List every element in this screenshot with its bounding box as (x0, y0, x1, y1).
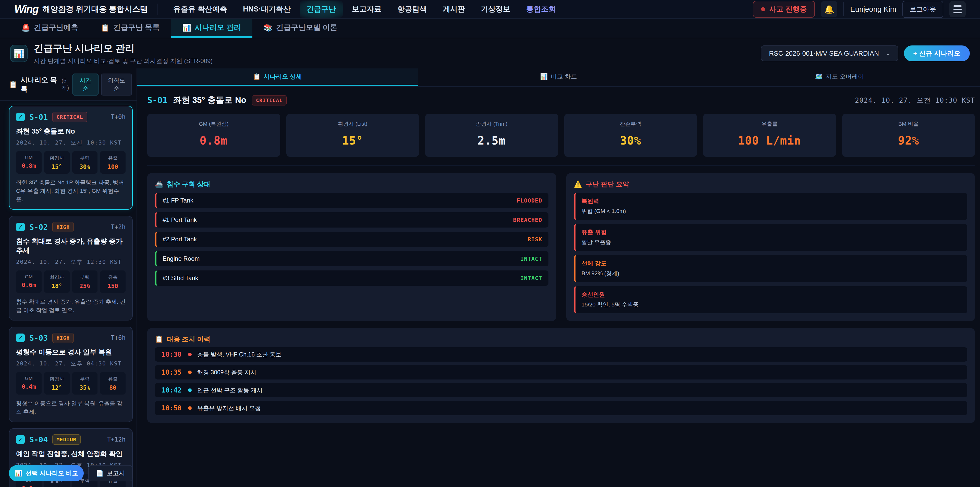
nav-item-기상정보[interactable]: 기상정보 (474, 0, 517, 18)
sort-by-time-button[interactable]: 시간순 (73, 73, 99, 96)
scenario-id: S-01 (29, 113, 48, 121)
detail-tabbar: 📋시나리오 상세📊비교 차트🗺️지도 오버레이 (137, 69, 980, 87)
bell-icon: 🔔 (824, 4, 834, 14)
severity-badge: HIGH (52, 222, 74, 232)
scenario-description: 침수 확대로 경사 증가, 유출량 증가 추세. 긴급 이초 작업 검토 필요. (16, 297, 126, 315)
tab-시나리오 관리[interactable]: 📊시나리오 관리 (171, 19, 252, 38)
metric-value: 150 (101, 283, 124, 289)
metric-value: 25% (73, 283, 97, 289)
nav-item-긴급구난[interactable]: 긴급구난 (300, 0, 343, 18)
nav-item-게시판[interactable]: 게시판 (436, 0, 472, 18)
tab-긴급구난 목록[interactable]: 📋긴급구난 목록 (89, 19, 171, 38)
tab-긴급구난예측[interactable]: 🚨긴급구난예측 (10, 19, 89, 38)
metric-label: BM 비율 (845, 120, 973, 128)
scenario-datetime: 2024. 10. 27. 오후 12:30 KST (16, 258, 126, 266)
metric-value: 15° (289, 134, 417, 147)
scenario-checkbox[interactable]: ✓ (16, 435, 25, 444)
metric-value: 8° (45, 486, 68, 487)
page-subtitle: 시간 단계별 시나리오 비교·검토 및 구난 의사결정 지원 (SFR-009) (34, 57, 213, 65)
time-offset: T+0h (111, 113, 126, 121)
page-header: 📊 긴급구난 시나리오 관리 시간 단계별 시나리오 비교·검토 및 구난 의사… (0, 38, 980, 69)
metric-value: 30% (73, 163, 97, 170)
nav-item-유출유 확산예측[interactable]: 유출유 확산예측 (167, 0, 234, 18)
detail-header: S-01 좌현 35° 충돌로 No CRITICAL 2024. 10. 27… (147, 94, 975, 106)
event-time: 10:35 (162, 369, 188, 376)
metric-label: 유출률 (706, 120, 834, 128)
sort-by-risk-button[interactable]: 위험도순 (101, 73, 132, 96)
tank-status: BREACHED (513, 217, 542, 223)
tab-label: 긴급구난 목록 (113, 22, 160, 33)
new-scenario-button[interactable]: + 신규 시나리오 (904, 45, 970, 61)
scenario-detail: S-01 좌현 35° 충돌로 No CRITICAL 2024. 10. 27… (137, 87, 980, 487)
user-name: Eunjeong Kim (850, 5, 896, 14)
case-select-dropdown[interactable]: RSC-2026-001·M/V SEA GUARDIAN ⌄ (761, 45, 898, 61)
nav-item-통합조회[interactable]: 통합조회 (520, 0, 563, 18)
metric-label: 부력 (73, 376, 97, 382)
nav-item-HNS·대기확산[interactable]: HNS·대기확산 (236, 0, 298, 18)
chart-icon: 📊 (14, 48, 24, 59)
scenario-count: (5개) (62, 77, 73, 92)
metric-label: GM (복원심) (150, 120, 278, 128)
case-select-value: RSC-2026-001·M/V SEA GUARDIAN (769, 49, 879, 57)
main-layout: 📋 시나리오 목록 (5개) 시간순 위험도순 ✓S-01CRITICALT+0… (0, 69, 980, 487)
clipboard-icon: 📋 (155, 335, 163, 343)
summary-detail: 위험 (GM < 1.0m) (582, 208, 961, 215)
incident-status-badge: 사고 진행중 (753, 1, 815, 18)
scenario-datetime: 2024. 10. 27. 오전 10:30 KST (16, 139, 126, 147)
response-history-panel: 📋 대응 조치 이력 10:30충돌 발생, VHF Ch.16 조난 통보10… (147, 328, 975, 423)
status-panels: 🚢 침수 구획 상태 #1 FP TankFLOODED#1 Port Tank… (147, 173, 975, 321)
top-navbar: Wing 해양환경 위기대응 통합시스템 유출유 확산예측HNS·대기확산긴급구… (0, 0, 980, 19)
scenario-card-S-01[interactable]: ✓S-01CRITICALT+0h좌현 35° 충돌로 No2024. 10. … (9, 106, 133, 210)
hamburger-menu-button[interactable] (950, 1, 966, 18)
app-logo: Wing 해양환경 위기대응 통합시스템 (14, 3, 148, 15)
timeline-list: 10:30충돌 발생, VHF Ch.16 조난 통보10:35해경 3009함… (155, 347, 967, 415)
event-dot-icon (188, 406, 192, 410)
nav-item-항공탐색[interactable]: 항공탐색 (391, 0, 434, 18)
report-button[interactable]: 📄 보고서 (88, 465, 133, 481)
metric-label: 횡경사 (List) (289, 120, 417, 128)
sidebar-header: 📋 시나리오 목록 (5개) 시간순 위험도순 (0, 69, 137, 101)
metric-value: 30% (567, 134, 695, 147)
summary-detail: 15/20 확인, 5명 수색중 (582, 301, 961, 308)
scenario-description: 좌현 35° 충돌로 No.1P 화물탱크 파공, 벙커C유 유출 개시. 좌현… (16, 178, 126, 204)
scenario-title: 평형수 이동으로 경사 일부 복원 (16, 348, 126, 357)
tab-label: 시나리오 상세 (264, 72, 302, 81)
detail-metric-box: 횡경사 (List)15° (286, 113, 419, 157)
metric-value: 0.6m (17, 282, 41, 288)
scenario-checkbox[interactable]: ✓ (16, 223, 25, 232)
severity-badge: HIGH (52, 333, 74, 343)
event-dot-icon (188, 388, 192, 392)
detail-metric-box: 종경사 (Trim)2.5m (425, 113, 558, 157)
detail-metric-box: 잔존부력30% (564, 113, 697, 157)
summary-detail: BM 92% (경계) (582, 270, 961, 277)
scenario-card-S-03[interactable]: ✓S-03HIGHT+6h평형수 이동으로 경사 일부 복원2024. 10. … (9, 327, 133, 422)
severity-badge: MEDIUM (52, 434, 80, 445)
event-dot-icon (188, 353, 192, 356)
metric-value: 0.4m (17, 383, 41, 390)
시나리오 상세-icon: 📋 (253, 73, 261, 80)
tab-긴급구난모델 이론[interactable]: 📚긴급구난모델 이론 (252, 19, 348, 38)
metric-box: 횡경사18° (44, 270, 70, 293)
detail-tab-시나리오 상세[interactable]: 📋시나리오 상세 (137, 69, 418, 86)
tank-status-panel: 🚢 침수 구획 상태 #1 FP TankFLOODED#1 Port Tank… (147, 173, 556, 321)
scenario-checkbox[interactable]: ✓ (16, 113, 25, 121)
metric-label: 횡경사 (45, 376, 68, 382)
metric-label: GM (17, 274, 41, 279)
scenario-card-S-02[interactable]: ✓S-02HIGHT+2h침수 확대로 경사 증가, 유출량 증가 추세2024… (9, 216, 133, 321)
summary-row: 선체 강도BM 92% (경계) (574, 255, 967, 282)
module-tabbar: 🚨긴급구난예측📋긴급구난 목록📊시나리오 관리📚긴급구난모델 이론 (0, 19, 980, 38)
detail-tab-비교 차트[interactable]: 📊비교 차트 (418, 69, 699, 86)
scenario-checkbox[interactable]: ✓ (16, 334, 25, 342)
scenario-id: S-04 (29, 435, 48, 444)
detail-tab-지도 오버레이[interactable]: 🗺️지도 오버레이 (699, 69, 980, 86)
timeline-event: 10:30충돌 발생, VHF Ch.16 조난 통보 (155, 347, 967, 362)
event-text: 해경 3009함 출동 지시 (197, 369, 256, 377)
tank-name: Engine Room (162, 255, 200, 262)
notifications-button[interactable]: 🔔 (821, 1, 837, 18)
nav-item-보고자료[interactable]: 보고자료 (345, 0, 388, 18)
logout-button[interactable]: 로그아웃 (902, 1, 943, 18)
metric-label: 부력 (73, 155, 97, 161)
compare-scenarios-button[interactable]: 📊 선택 시나리오 비교 (9, 465, 84, 481)
metric-value: 15° (45, 163, 68, 170)
tank-row: #2 Port TankRISK (155, 232, 549, 247)
